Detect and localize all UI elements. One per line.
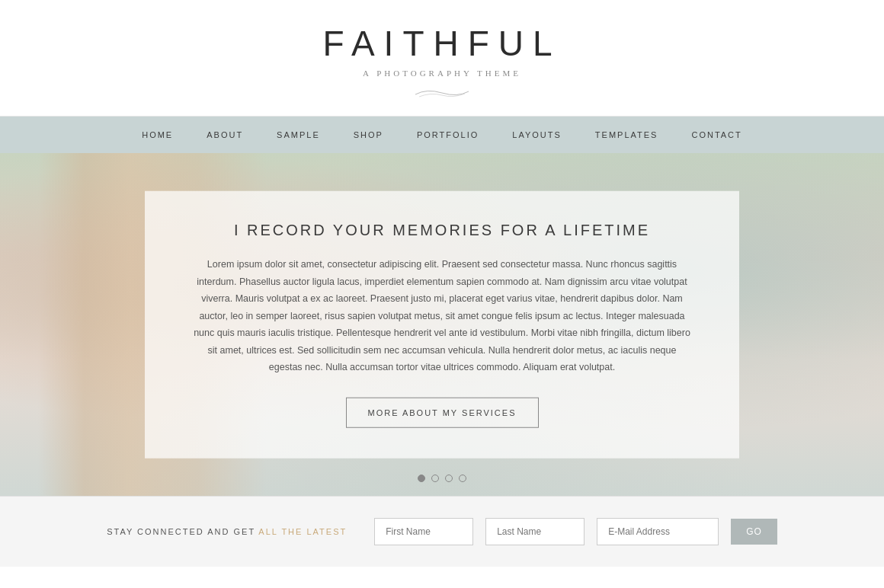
services-button[interactable]: MORE ABOUT MY SERVICES [346,397,539,427]
dot-3[interactable] [445,475,453,482]
dot-2[interactable] [431,475,439,482]
nav-link-about[interactable]: ABOUT [190,117,260,153]
nav-item-sample: SAMPLE [260,117,337,153]
first-name-input[interactable] [374,518,473,545]
signup-static-text: STAY CONNECTED AND GET [107,527,258,536]
nav-link-portfolio[interactable]: PORTFOLIO [400,117,495,153]
nav-item-about: ABOUT [190,117,260,153]
hero-body-text: Lorem ipsum dolor sit amet, consectetur … [191,256,693,376]
signup-highlight-text: ALL THE LATEST [258,527,347,536]
hero-overlay: I RECORD YOUR MEMORIES FOR A LIFETIME Lo… [145,191,739,459]
nav-item-layouts: LAYOUTS [495,117,578,153]
go-button[interactable]: GO [731,519,777,545]
nav-item-templates: TEMPLATES [578,117,675,153]
email-input[interactable] [597,518,719,545]
site-subtitle: A PHOTOGRAPHY THEME [15,69,869,78]
signup-label: STAY CONNECTED AND GET ALL THE LATEST [107,527,347,536]
nav-item-shop: SHOP [337,117,400,153]
nav-link-templates[interactable]: TEMPLATES [578,117,675,153]
signup-section: STAY CONNECTED AND GET ALL THE LATEST GO [0,496,884,567]
slider-dots [418,475,466,482]
hero-heading: I RECORD YOUR MEMORIES FOR A LIFETIME [191,222,693,239]
hero-section: I RECORD YOUR MEMORIES FOR A LIFETIME Lo… [0,153,884,496]
main-nav: HOMEABOUTSAMPLESHOPPORTFOLIOLAYOUTSTEMPL… [0,117,884,153]
last-name-input[interactable] [485,518,585,545]
site-header: FAITHFUL A PHOTOGRAPHY THEME [0,0,884,117]
nav-item-contact: CONTACT [674,117,758,153]
decorative-divider [412,85,472,101]
nav-link-shop[interactable]: SHOP [337,117,400,153]
nav-link-layouts[interactable]: LAYOUTS [495,117,578,153]
nav-link-contact[interactable]: CONTACT [674,117,758,153]
nav-item-portfolio: PORTFOLIO [400,117,495,153]
dot-4[interactable] [459,475,466,482]
dot-1[interactable] [418,475,425,482]
nav-link-sample[interactable]: SAMPLE [260,117,337,153]
site-title: FAITHFUL [15,23,869,64]
nav-link-home[interactable]: HOME [125,117,190,153]
nav-item-home: HOME [125,117,190,153]
